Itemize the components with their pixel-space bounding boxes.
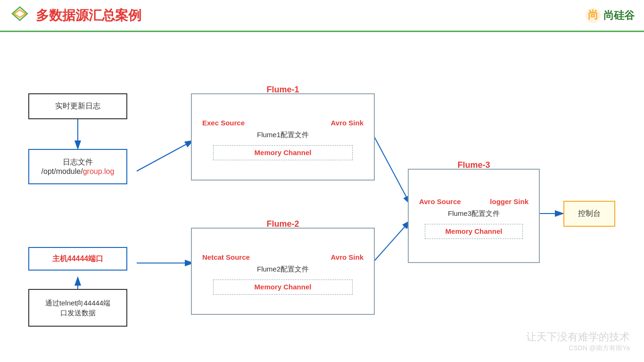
svg-line-10	[372, 133, 410, 204]
header-left: 多数据源汇总案例	[9, 5, 141, 26]
telnet-box: 通过telnet向44444端口发送数据	[28, 289, 127, 327]
flume1-inner: Flume-1 Exec Source Avro Sink Flume1配置文件…	[196, 98, 370, 176]
flume2-box: Flume-2 Netcat Source Avro Sink Flume2配置…	[191, 228, 375, 315]
flume3-box: Flume-3 Avro Source logger Sink Flume3配置…	[408, 169, 540, 263]
host-port-label: 主机44444端口	[52, 254, 104, 264]
console-box: 控制台	[563, 201, 615, 227]
flume1-channel-box: Memory Channel	[213, 145, 353, 160]
log-file-path-colored: group.log	[83, 167, 115, 175]
flume3-channel: Memory Channel	[446, 227, 503, 235]
header: 多数据源汇总案例 尚 尚硅谷	[0, 0, 644, 32]
flume2-label: Flume-2	[266, 219, 299, 229]
watermark-line2: CSDN @南方有雨Ya	[526, 344, 630, 353]
flume1-source: Exec Source	[202, 119, 245, 127]
header-right: 尚 尚硅谷	[585, 7, 635, 24]
logo-icon	[9, 5, 30, 26]
main-diagram: 实时更新日志 日志文件 /opt/module/group.log 主机4444…	[0, 32, 644, 362]
log-file-box: 日志文件 /opt/module/group.log	[28, 149, 127, 184]
watermark: 让天下没有难学的技术 CSDN @南方有雨Ya	[526, 330, 630, 353]
console-label: 控制台	[578, 209, 601, 219]
log-file-label: 日志文件	[63, 157, 93, 167]
flume3-channel-box: Memory Channel	[425, 224, 523, 239]
brand-text: 尚硅谷	[603, 8, 635, 23]
watermark-line1: 让天下没有难学的技术	[526, 330, 630, 344]
page-title: 多数据源汇总案例	[36, 7, 141, 25]
log-source-box: 实时更新日志	[28, 93, 127, 119]
flume2-channel: Memory Channel	[255, 283, 312, 291]
flume2-inner: Flume-2 Netcat Source Avro Sink Flume2配置…	[196, 232, 370, 310]
flume3-config: Flume3配置文件	[448, 209, 500, 218]
flume3-source: Avro Source	[419, 197, 461, 206]
flume2-config: Flume2配置文件	[257, 265, 309, 274]
brand-icon: 尚	[585, 7, 602, 24]
flume2-channel-box: Memory Channel	[213, 280, 353, 295]
svg-text:尚: 尚	[588, 9, 598, 21]
flume2-sink: Avro Sink	[331, 253, 363, 261]
log-file-path: /opt/module/group.log	[41, 167, 115, 176]
host-port-box: 主机44444端口	[28, 247, 127, 271]
svg-line-7	[137, 140, 193, 171]
flume1-config: Flume1配置文件	[257, 131, 309, 140]
log-source-label: 实时更新日志	[55, 101, 100, 111]
brand-logo: 尚 尚硅谷	[585, 7, 635, 24]
flume1-label: Flume-1	[266, 85, 299, 95]
flume1-box: Flume-1 Exec Source Avro Sink Flume1配置文件…	[191, 93, 375, 181]
telnet-label: 通过telnet向44444端口发送数据	[45, 298, 110, 318]
flume1-channel: Memory Channel	[255, 148, 312, 156]
flume3-inner: Flume-3 Avro Source logger Sink Flume3配置…	[413, 173, 535, 258]
flume2-source: Netcat Source	[202, 253, 250, 261]
flume1-sink: Avro Sink	[331, 119, 363, 127]
flume3-label: Flume-3	[457, 160, 490, 170]
flume3-sink: logger Sink	[490, 197, 528, 206]
svg-line-11	[372, 221, 410, 263]
